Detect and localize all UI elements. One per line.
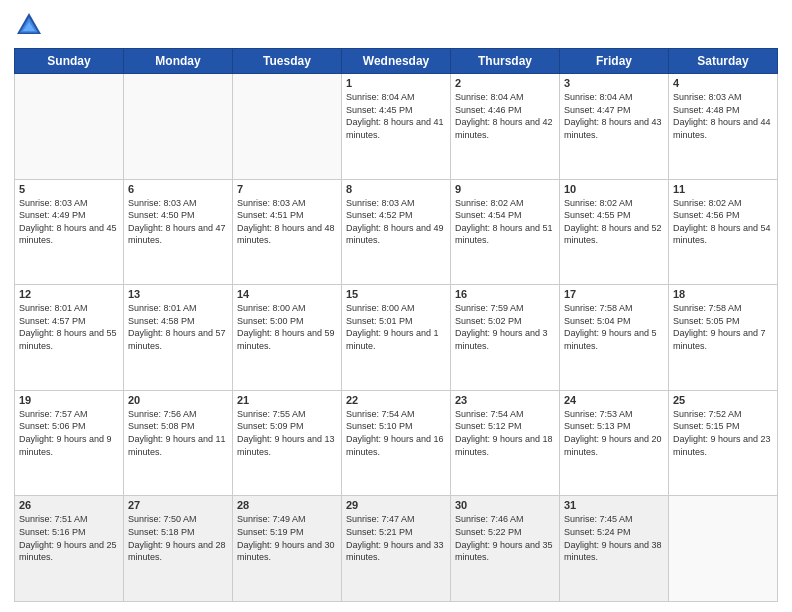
- calendar-cell: [124, 74, 233, 180]
- calendar-cell: 11Sunrise: 8:02 AM Sunset: 4:56 PM Dayli…: [669, 179, 778, 285]
- day-info: Sunrise: 8:02 AM Sunset: 4:55 PM Dayligh…: [564, 197, 664, 247]
- day-info: Sunrise: 8:01 AM Sunset: 4:58 PM Dayligh…: [128, 302, 228, 352]
- week-row-3: 12Sunrise: 8:01 AM Sunset: 4:57 PM Dayli…: [15, 285, 778, 391]
- day-number: 25: [673, 394, 773, 406]
- calendar-cell: 4Sunrise: 8:03 AM Sunset: 4:48 PM Daylig…: [669, 74, 778, 180]
- day-number: 16: [455, 288, 555, 300]
- day-number: 5: [19, 183, 119, 195]
- weekday-header-thursday: Thursday: [451, 49, 560, 74]
- day-info: Sunrise: 8:01 AM Sunset: 4:57 PM Dayligh…: [19, 302, 119, 352]
- day-number: 20: [128, 394, 228, 406]
- day-number: 8: [346, 183, 446, 195]
- week-row-1: 1Sunrise: 8:04 AM Sunset: 4:45 PM Daylig…: [15, 74, 778, 180]
- weekday-header-sunday: Sunday: [15, 49, 124, 74]
- day-number: 22: [346, 394, 446, 406]
- day-info: Sunrise: 8:04 AM Sunset: 4:46 PM Dayligh…: [455, 91, 555, 141]
- day-info: Sunrise: 8:00 AM Sunset: 5:01 PM Dayligh…: [346, 302, 446, 352]
- day-info: Sunrise: 7:46 AM Sunset: 5:22 PM Dayligh…: [455, 513, 555, 563]
- day-info: Sunrise: 7:51 AM Sunset: 5:16 PM Dayligh…: [19, 513, 119, 563]
- calendar-cell: 3Sunrise: 8:04 AM Sunset: 4:47 PM Daylig…: [560, 74, 669, 180]
- day-number: 9: [455, 183, 555, 195]
- day-number: 2: [455, 77, 555, 89]
- calendar-cell: 10Sunrise: 8:02 AM Sunset: 4:55 PM Dayli…: [560, 179, 669, 285]
- day-info: Sunrise: 7:52 AM Sunset: 5:15 PM Dayligh…: [673, 408, 773, 458]
- day-info: Sunrise: 7:58 AM Sunset: 5:04 PM Dayligh…: [564, 302, 664, 352]
- day-info: Sunrise: 7:59 AM Sunset: 5:02 PM Dayligh…: [455, 302, 555, 352]
- day-info: Sunrise: 7:45 AM Sunset: 5:24 PM Dayligh…: [564, 513, 664, 563]
- weekday-header-tuesday: Tuesday: [233, 49, 342, 74]
- calendar-cell: [669, 496, 778, 602]
- calendar-cell: 30Sunrise: 7:46 AM Sunset: 5:22 PM Dayli…: [451, 496, 560, 602]
- calendar-cell: 26Sunrise: 7:51 AM Sunset: 5:16 PM Dayli…: [15, 496, 124, 602]
- day-info: Sunrise: 8:00 AM Sunset: 5:00 PM Dayligh…: [237, 302, 337, 352]
- calendar-cell: 15Sunrise: 8:00 AM Sunset: 5:01 PM Dayli…: [342, 285, 451, 391]
- day-info: Sunrise: 7:57 AM Sunset: 5:06 PM Dayligh…: [19, 408, 119, 458]
- day-info: Sunrise: 7:53 AM Sunset: 5:13 PM Dayligh…: [564, 408, 664, 458]
- weekday-header-friday: Friday: [560, 49, 669, 74]
- weekday-header-wednesday: Wednesday: [342, 49, 451, 74]
- day-number: 19: [19, 394, 119, 406]
- calendar-cell: 14Sunrise: 8:00 AM Sunset: 5:00 PM Dayli…: [233, 285, 342, 391]
- day-info: Sunrise: 8:04 AM Sunset: 4:47 PM Dayligh…: [564, 91, 664, 141]
- calendar-cell: 28Sunrise: 7:49 AM Sunset: 5:19 PM Dayli…: [233, 496, 342, 602]
- day-number: 30: [455, 499, 555, 511]
- day-info: Sunrise: 7:54 AM Sunset: 5:10 PM Dayligh…: [346, 408, 446, 458]
- calendar-cell: 17Sunrise: 7:58 AM Sunset: 5:04 PM Dayli…: [560, 285, 669, 391]
- day-info: Sunrise: 7:50 AM Sunset: 5:18 PM Dayligh…: [128, 513, 228, 563]
- calendar-cell: 22Sunrise: 7:54 AM Sunset: 5:10 PM Dayli…: [342, 390, 451, 496]
- calendar-cell: 24Sunrise: 7:53 AM Sunset: 5:13 PM Dayli…: [560, 390, 669, 496]
- day-number: 24: [564, 394, 664, 406]
- week-row-5: 26Sunrise: 7:51 AM Sunset: 5:16 PM Dayli…: [15, 496, 778, 602]
- day-info: Sunrise: 7:47 AM Sunset: 5:21 PM Dayligh…: [346, 513, 446, 563]
- day-number: 6: [128, 183, 228, 195]
- day-info: Sunrise: 7:56 AM Sunset: 5:08 PM Dayligh…: [128, 408, 228, 458]
- calendar-cell: 9Sunrise: 8:02 AM Sunset: 4:54 PM Daylig…: [451, 179, 560, 285]
- day-number: 28: [237, 499, 337, 511]
- day-number: 15: [346, 288, 446, 300]
- day-number: 10: [564, 183, 664, 195]
- header: [14, 10, 778, 40]
- calendar-cell: 6Sunrise: 8:03 AM Sunset: 4:50 PM Daylig…: [124, 179, 233, 285]
- page: SundayMondayTuesdayWednesdayThursdayFrid…: [0, 0, 792, 612]
- weekday-header-saturday: Saturday: [669, 49, 778, 74]
- calendar-cell: 5Sunrise: 8:03 AM Sunset: 4:49 PM Daylig…: [15, 179, 124, 285]
- day-number: 18: [673, 288, 773, 300]
- day-number: 4: [673, 77, 773, 89]
- calendar-cell: 16Sunrise: 7:59 AM Sunset: 5:02 PM Dayli…: [451, 285, 560, 391]
- day-number: 29: [346, 499, 446, 511]
- day-info: Sunrise: 8:03 AM Sunset: 4:52 PM Dayligh…: [346, 197, 446, 247]
- week-row-2: 5Sunrise: 8:03 AM Sunset: 4:49 PM Daylig…: [15, 179, 778, 285]
- day-info: Sunrise: 8:03 AM Sunset: 4:49 PM Dayligh…: [19, 197, 119, 247]
- day-number: 21: [237, 394, 337, 406]
- calendar-cell: 7Sunrise: 8:03 AM Sunset: 4:51 PM Daylig…: [233, 179, 342, 285]
- day-info: Sunrise: 8:04 AM Sunset: 4:45 PM Dayligh…: [346, 91, 446, 141]
- calendar-cell: 25Sunrise: 7:52 AM Sunset: 5:15 PM Dayli…: [669, 390, 778, 496]
- day-info: Sunrise: 8:03 AM Sunset: 4:50 PM Dayligh…: [128, 197, 228, 247]
- day-number: 26: [19, 499, 119, 511]
- calendar-cell: 29Sunrise: 7:47 AM Sunset: 5:21 PM Dayli…: [342, 496, 451, 602]
- calendar-cell: 20Sunrise: 7:56 AM Sunset: 5:08 PM Dayli…: [124, 390, 233, 496]
- day-info: Sunrise: 7:55 AM Sunset: 5:09 PM Dayligh…: [237, 408, 337, 458]
- day-number: 23: [455, 394, 555, 406]
- logo: [14, 10, 48, 40]
- day-info: Sunrise: 8:02 AM Sunset: 4:54 PM Dayligh…: [455, 197, 555, 247]
- week-row-4: 19Sunrise: 7:57 AM Sunset: 5:06 PM Dayli…: [15, 390, 778, 496]
- day-number: 7: [237, 183, 337, 195]
- day-info: Sunrise: 8:02 AM Sunset: 4:56 PM Dayligh…: [673, 197, 773, 247]
- day-number: 14: [237, 288, 337, 300]
- calendar-cell: 21Sunrise: 7:55 AM Sunset: 5:09 PM Dayli…: [233, 390, 342, 496]
- day-info: Sunrise: 7:49 AM Sunset: 5:19 PM Dayligh…: [237, 513, 337, 563]
- day-number: 1: [346, 77, 446, 89]
- day-number: 27: [128, 499, 228, 511]
- calendar-cell: 31Sunrise: 7:45 AM Sunset: 5:24 PM Dayli…: [560, 496, 669, 602]
- day-number: 17: [564, 288, 664, 300]
- calendar-cell: [233, 74, 342, 180]
- calendar-cell: 27Sunrise: 7:50 AM Sunset: 5:18 PM Dayli…: [124, 496, 233, 602]
- calendar-table: SundayMondayTuesdayWednesdayThursdayFrid…: [14, 48, 778, 602]
- calendar-cell: 18Sunrise: 7:58 AM Sunset: 5:05 PM Dayli…: [669, 285, 778, 391]
- day-number: 11: [673, 183, 773, 195]
- day-info: Sunrise: 7:54 AM Sunset: 5:12 PM Dayligh…: [455, 408, 555, 458]
- calendar-cell: 19Sunrise: 7:57 AM Sunset: 5:06 PM Dayli…: [15, 390, 124, 496]
- weekday-header-monday: Monday: [124, 49, 233, 74]
- day-number: 12: [19, 288, 119, 300]
